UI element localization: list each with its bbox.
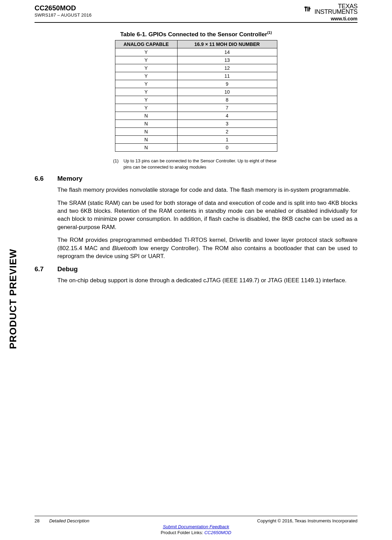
table-row: N2 (115, 128, 277, 136)
table-cell: 1 (177, 136, 277, 144)
page-footer: 28 Detailed Description Copyright © 2016… (35, 516, 357, 535)
table-cell: Y (115, 56, 177, 64)
table-cell: N (115, 136, 177, 144)
doc-id: SWRS187 – AUGUST 2016 (35, 12, 92, 18)
page-number: 28 (35, 518, 39, 523)
table-cell: 8 (177, 96, 277, 104)
table-cell: Y (115, 72, 177, 80)
table-row: N4 (115, 112, 277, 120)
debug-p1: The on-chip debug support is done throug… (57, 276, 357, 284)
table-cell: 7 (177, 104, 277, 112)
table-cell: 9 (177, 80, 277, 88)
table-cell: N (115, 112, 177, 120)
table-cell: 13 (177, 56, 277, 64)
table-cell: 12 (177, 64, 277, 72)
company-name-2: INSTRUMENTS (315, 9, 358, 15)
footer-section-name: Detailed Description (49, 518, 89, 523)
copyright: Copyright © 2016, Texas Instruments Inco… (257, 518, 357, 523)
table-cell: 2 (177, 128, 277, 136)
product-folder-link[interactable]: CC2650MOD (204, 530, 231, 535)
table-cell: Y (115, 88, 177, 96)
gpio-table: ANALOG CAPABLE 16.9 × 11 MOH DIO NUMBER … (115, 40, 277, 152)
folder-links-label: Product Folder Links: (161, 530, 204, 535)
section-num-debug: 6.7 (35, 265, 50, 273)
table-row: Y12 (115, 64, 277, 72)
table-caption: Table 6-1. GPIOs Connected to the Sensor… (35, 30, 357, 38)
table-cell: Y (115, 104, 177, 112)
page-header: CC2650MOD SWRS187 – AUGUST 2016 TEXAS IN… (35, 3, 357, 23)
table-cell: 10 (177, 88, 277, 96)
table-cell: N (115, 144, 177, 152)
table-cell: 4 (177, 112, 277, 120)
table-cell: Y (115, 80, 177, 88)
table-cell: 14 (177, 48, 277, 56)
feedback-link[interactable]: Submit Documentation Feedback (163, 524, 229, 529)
table-row: Y7 (115, 104, 277, 112)
section-title-memory: Memory (57, 175, 83, 182)
memory-p2: The SRAM (static RAM) can be used for bo… (57, 199, 357, 231)
table-row: N0 (115, 144, 277, 152)
table-cell: Y (115, 96, 177, 104)
table-row: Y9 (115, 80, 277, 88)
table-cell: N (115, 120, 177, 128)
table-cell: N (115, 128, 177, 136)
table-row: Y13 (115, 56, 277, 64)
table-header-dio: 16.9 × 11 MOH DIO NUMBER (177, 40, 277, 48)
ti-logo-icon (304, 4, 313, 14)
product-name: CC2650MOD (35, 3, 92, 12)
table-cell: Y (115, 48, 177, 56)
table-cell: Y (115, 64, 177, 72)
section-title-debug: Debug (57, 265, 78, 273)
table-row: Y10 (115, 88, 277, 96)
table-row: N1 (115, 136, 277, 144)
table-header-analog: ANALOG CAPABLE (115, 40, 177, 48)
table-cell: 3 (177, 120, 277, 128)
table-row: Y11 (115, 72, 277, 80)
table-cell: 11 (177, 72, 277, 80)
table-row: N3 (115, 120, 277, 128)
table-footnote: (1) Up to 13 pins can be connected to th… (113, 158, 279, 170)
table-cell: 0 (177, 144, 277, 152)
memory-p3: The ROM provides preprogrammed embedded … (57, 236, 357, 260)
product-preview-watermark: PRODUCT PREVIEW (8, 249, 19, 349)
memory-p1: The flash memory provides nonvolatile st… (57, 186, 357, 194)
section-num-memory: 6.6 (35, 175, 50, 182)
company-url[interactable]: www.ti.com (304, 16, 358, 21)
table-row: Y8 (115, 96, 277, 104)
ti-logo: TEXAS INSTRUMENTS (304, 3, 358, 15)
table-row: Y14 (115, 48, 277, 56)
